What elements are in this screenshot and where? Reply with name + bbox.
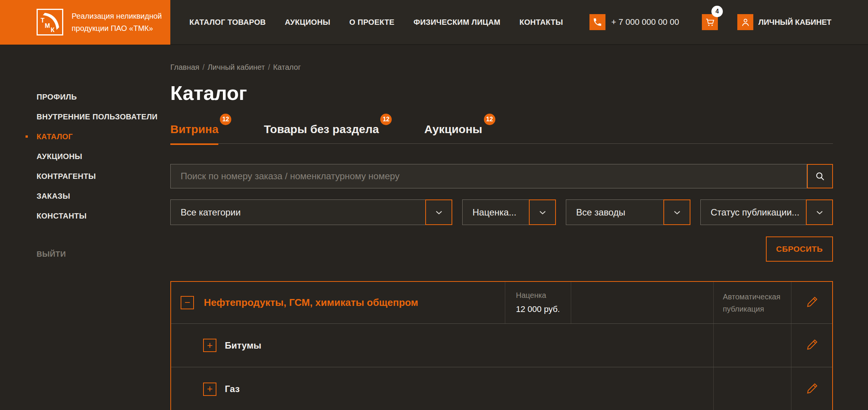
filter-plants[interactable]: Все заводы: [566, 199, 690, 225]
chevron-down-icon[interactable]: [425, 199, 452, 225]
pencil-icon: [805, 338, 819, 352]
filters-row: Все категории Наценка... Все заводы Стат…: [170, 199, 833, 225]
markup-value: 12 000 руб.: [516, 304, 560, 314]
edit-cell: [791, 324, 832, 367]
account-label: ЛИЧНЫЙ КАБИНЕТ: [758, 18, 831, 27]
nav-item-auctions[interactable]: АУКЦИОНЫ: [285, 18, 330, 27]
reset-row: СБРОСИТЬ: [170, 236, 833, 262]
nav-item-individuals[interactable]: ФИЗИЧЕСКИМ ЛИЦАМ: [413, 18, 500, 27]
subcategory-name: Газ: [225, 384, 240, 394]
account-button[interactable]: ЛИЧНЫЙ КАБИНЕТ: [737, 14, 831, 30]
table-row-subcategory: + Газ: [171, 367, 832, 410]
phone-number: + 7 000 000 00 00: [611, 17, 679, 27]
category-name-link[interactable]: Нефтепродукты, ГСМ, химикаты общепром: [204, 297, 418, 309]
tabs-bar: Витрина 12 Товары без раздела 12 Аукцион…: [170, 123, 833, 144]
search-button[interactable]: [807, 164, 833, 188]
tab-products-no-section-badge: 12: [380, 114, 392, 125]
cart-button[interactable]: 4: [702, 14, 718, 30]
sidebar-logout[interactable]: ВЫЙТИ: [0, 249, 170, 259]
breadcrumb-separator: /: [199, 63, 208, 71]
markup-label: Наценка: [516, 291, 546, 300]
sidebar: ПРОФИЛЬ ВНУТРЕННИЕ ПОЛЬЗОВАТЕЛИ КАТАЛОГ …: [0, 45, 170, 410]
expand-toggle-button[interactable]: +: [203, 339, 216, 352]
svg-text:Т: Т: [41, 17, 45, 24]
svg-text:М: М: [45, 22, 50, 29]
brand-logo[interactable]: Т М К Реализация неликвидной продукции П…: [0, 0, 170, 45]
cart-count-badge: 4: [711, 6, 723, 17]
tab-products-no-section[interactable]: Товары без раздела 12: [264, 123, 379, 136]
breadcrumb-current: Каталог: [273, 63, 301, 71]
phone-icon: [589, 14, 605, 30]
table-row-subcategory: + Битумы: [171, 324, 832, 367]
chevron-down-icon[interactable]: [529, 199, 556, 225]
subcategory-name-cell: + Битумы: [171, 324, 713, 367]
main-nav: КАТАЛОГ ТОВАРОВ АУКЦИОНЫ О ПРОЕКТЕ ФИЗИЧ…: [189, 18, 563, 27]
nav-item-catalog[interactable]: КАТАЛОГ ТОВАРОВ: [189, 18, 266, 27]
nav-item-about[interactable]: О ПРОЕКТЕ: [349, 18, 394, 27]
tmk-logo-icon: Т М К: [37, 9, 63, 35]
sidebar-item-auctions[interactable]: АУКЦИОНЫ: [0, 152, 170, 161]
filter-markup[interactable]: Наценка...: [462, 199, 556, 225]
edit-cell: [791, 367, 832, 410]
sidebar-item-orders[interactable]: ЗАКАЗЫ: [0, 191, 170, 201]
tab-vitrina-badge: 12: [220, 114, 231, 125]
publication-cell: Автоматическая публикация: [713, 282, 791, 323]
search-icon: [815, 171, 825, 182]
edit-button[interactable]: [805, 338, 819, 353]
nav-item-contacts[interactable]: КОНТАКТЫ: [519, 18, 563, 27]
table-row-category: − Нефтепродукты, ГСМ, химикаты общепром …: [171, 282, 832, 324]
page-title: Каталог: [170, 82, 833, 105]
reset-filters-button[interactable]: СБРОСИТЬ: [766, 236, 833, 262]
sidebar-item-counterparties[interactable]: КОНТРАГЕНТЫ: [0, 172, 170, 181]
edit-button[interactable]: [805, 382, 819, 397]
publication-status: Автоматическая публикация: [723, 291, 783, 315]
chevron-down-icon[interactable]: [663, 199, 690, 225]
chevron-down-icon[interactable]: [806, 199, 833, 225]
breadcrumb-separator: /: [265, 63, 273, 71]
search-row: [170, 164, 833, 188]
edit-button[interactable]: [805, 295, 819, 310]
filter-categories[interactable]: Все категории: [170, 199, 452, 225]
sidebar-item-profile[interactable]: ПРОФИЛЬ: [0, 92, 170, 101]
tab-vitrina[interactable]: Витрина 12: [170, 123, 218, 136]
search-box: [170, 164, 807, 188]
catalog-table: − Нефтепродукты, ГСМ, химикаты общепром …: [170, 281, 833, 410]
category-name-cell: − Нефтепродукты, ГСМ, химикаты общепром: [171, 282, 505, 323]
breadcrumb-cabinet[interactable]: Личный кабинет: [208, 63, 265, 71]
main-content: Главная/Личный кабинет/Каталог Каталог В…: [170, 45, 833, 410]
breadcrumb: Главная/Личный кабинет/Каталог: [170, 63, 833, 72]
top-header: Т М К Реализация неликвидной продукции П…: [0, 0, 868, 45]
breadcrumb-home[interactable]: Главная: [170, 63, 199, 71]
markup-cell: Наценка 12 000 руб.: [505, 282, 571, 323]
search-input[interactable]: [171, 171, 807, 182]
publication-cell: [713, 324, 791, 367]
brand-tagline: Реализация неликвидной продукции ПАО «ТМ…: [72, 10, 162, 34]
sidebar-item-constants[interactable]: КОНСТАНТЫ: [0, 211, 170, 220]
tab-auctions-badge: 12: [484, 114, 495, 125]
user-icon: [737, 14, 753, 30]
subcategory-name: Битумы: [225, 340, 261, 351]
edit-cell: [791, 282, 832, 323]
collapse-toggle-button[interactable]: −: [181, 296, 194, 309]
pencil-icon: [805, 382, 819, 396]
subcategory-name-cell: + Газ: [171, 367, 713, 410]
empty-cell: [571, 282, 713, 323]
sidebar-item-catalog[interactable]: КАТАЛОГ: [0, 132, 170, 141]
filter-publication-status[interactable]: Статус публикации...: [700, 199, 833, 225]
tab-auctions[interactable]: Аукционы 12: [424, 123, 482, 136]
pencil-icon: [805, 295, 819, 309]
expand-toggle-button[interactable]: +: [203, 383, 216, 396]
sidebar-item-internal-users[interactable]: ВНУТРЕННИЕ ПОЛЬЗОВАТЕЛИ: [0, 112, 170, 121]
svg-text:К: К: [51, 26, 55, 33]
header-controls: + 7 000 000 00 00 4 ЛИЧНЫЙ КАБИНЕТ: [589, 14, 831, 30]
publication-cell: [713, 367, 791, 410]
